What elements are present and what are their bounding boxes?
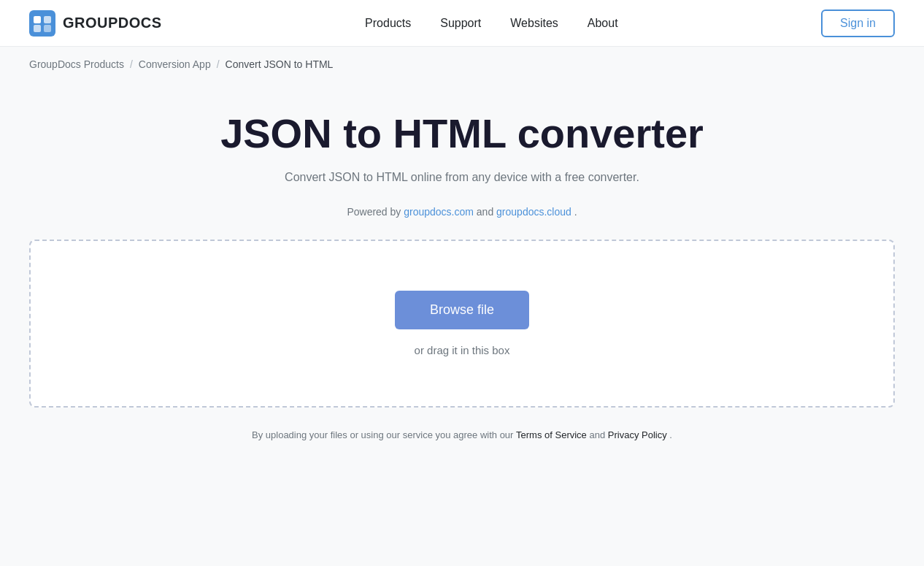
logo-icon (29, 10, 55, 37)
powered-by-suffix: . (574, 206, 577, 218)
logo[interactable]: GROUPDOCS (29, 10, 162, 37)
svg-rect-3 (34, 25, 41, 32)
powered-by-link-cloud[interactable]: groupdocs.cloud (496, 206, 571, 218)
nav-products[interactable]: Products (365, 14, 411, 33)
powered-by-prefix: Powered by (347, 206, 404, 218)
footer-note-and: and (589, 429, 607, 440)
browse-file-button[interactable]: Browse file (395, 291, 529, 329)
footer-note-suffix: . (669, 429, 672, 440)
main-content: JSON to HTML converter Convert JSON to H… (0, 82, 924, 455)
main-nav: Products Support Websites About (365, 14, 618, 33)
drag-text: or drag it in this box (415, 344, 510, 356)
svg-rect-1 (34, 16, 41, 23)
powered-by-link-com[interactable]: groupdocs.com (404, 206, 474, 218)
svg-rect-4 (44, 25, 51, 32)
footer-note: By uploading your files or using our ser… (252, 429, 672, 440)
nav-support[interactable]: Support (440, 14, 481, 33)
breadcrumb-groupdocs-products[interactable]: GroupDocs Products (29, 58, 124, 70)
powered-by: Powered by groupdocs.com and groupdocs.c… (347, 206, 577, 218)
powered-by-and: and (477, 206, 496, 218)
svg-rect-2 (44, 16, 51, 23)
breadcrumb-separator-2: / (217, 58, 220, 70)
svg-rect-0 (29, 10, 55, 37)
page-subtitle: Convert JSON to HTML online from any dev… (285, 171, 639, 184)
footer-note-prefix: By uploading your files or using our ser… (252, 429, 516, 440)
drop-zone[interactable]: Browse file or drag it in this box (29, 240, 895, 408)
breadcrumb-current: Convert JSON to HTML (226, 58, 334, 70)
logo-text: GROUPDOCS (63, 15, 162, 31)
nav-websites[interactable]: Websites (510, 14, 558, 33)
privacy-policy-link[interactable]: Privacy Policy (608, 429, 667, 440)
page-title: JSON to HTML converter (220, 111, 704, 156)
breadcrumb: GroupDocs Products / Conversion App / Co… (0, 47, 924, 82)
terms-of-service-link[interactable]: Terms of Service (516, 429, 587, 440)
sign-in-button[interactable]: Sign in (821, 9, 895, 37)
header: GROUPDOCS Products Support Websites Abou… (0, 0, 924, 47)
breadcrumb-conversion-app[interactable]: Conversion App (139, 58, 211, 70)
breadcrumb-separator-1: / (130, 58, 133, 70)
nav-about[interactable]: About (588, 14, 618, 33)
